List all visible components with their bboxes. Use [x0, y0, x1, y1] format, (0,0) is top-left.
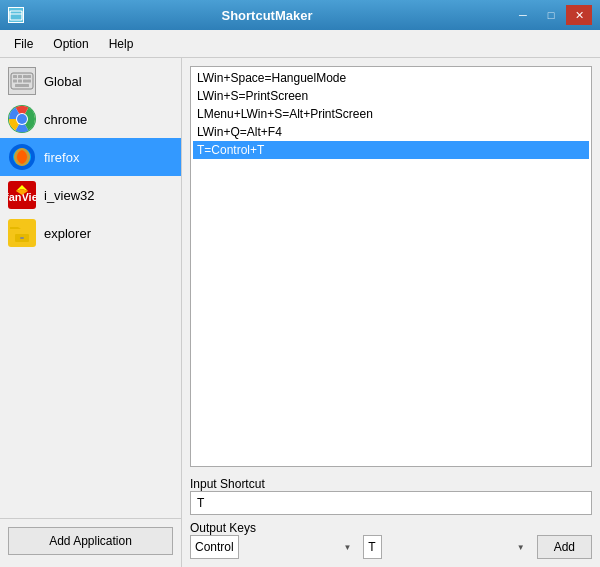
- sidebar-item-iview32[interactable]: IrfanView i_view32: [0, 176, 181, 214]
- svg-rect-11: [27, 80, 31, 83]
- key-select[interactable]: T A B C: [363, 535, 382, 559]
- input-shortcut-section: Input Shortcut: [190, 473, 592, 515]
- main-content: Global: [0, 58, 600, 567]
- add-application-button[interactable]: Add Application: [8, 527, 173, 555]
- iview-icon: IrfanView: [8, 181, 36, 209]
- modifier-select[interactable]: Control Alt Shift Win: [190, 535, 239, 559]
- output-keys-label: Output Keys: [190, 521, 592, 535]
- svg-rect-4: [18, 75, 22, 78]
- sidebar-bottom: Add Application: [0, 518, 181, 563]
- input-shortcut-field[interactable]: [190, 491, 592, 515]
- app-icon: [8, 7, 24, 23]
- menu-bar: File Option Help: [0, 30, 600, 58]
- svg-rect-24: [20, 237, 24, 239]
- menu-help[interactable]: Help: [99, 34, 144, 54]
- sidebar-item-global[interactable]: Global: [0, 62, 181, 100]
- shortcut-item-1[interactable]: LWin+Space=HanguelMode: [193, 69, 589, 87]
- firefox-icon: [8, 143, 36, 171]
- sidebar: Global: [0, 58, 182, 567]
- shortcut-item-3[interactable]: LMenu+LWin+S=Alt+PrintScreen: [193, 105, 589, 123]
- minimize-button[interactable]: ─: [510, 5, 536, 25]
- right-panel: LWin+Space=HanguelMode LWin+S=PrintScree…: [182, 58, 600, 567]
- keyboard-icon: [8, 67, 36, 95]
- svg-rect-9: [15, 84, 29, 87]
- output-keys-row: Control Alt Shift Win T A B C Add: [190, 535, 592, 559]
- output-keys-section: Output Keys Control Alt Shift Win T A B: [190, 521, 592, 559]
- shortcut-item-4[interactable]: LWin+Q=Alt+F4: [193, 123, 589, 141]
- sidebar-global-label: Global: [44, 74, 82, 89]
- shortcut-list[interactable]: LWin+Space=HanguelMode LWin+S=PrintScree…: [190, 66, 592, 467]
- window-controls: ─ □ ✕: [510, 5, 592, 25]
- sidebar-firefox-label: firefox: [44, 150, 79, 165]
- chrome-icon: [8, 105, 36, 133]
- svg-rect-0: [10, 11, 22, 20]
- sidebar-explorer-label: explorer: [44, 226, 91, 241]
- svg-rect-7: [18, 80, 22, 83]
- explorer-icon: [8, 219, 36, 247]
- maximize-button[interactable]: □: [538, 5, 564, 25]
- svg-rect-5: [23, 75, 27, 78]
- key-select-wrapper: T A B C: [363, 535, 530, 559]
- sidebar-chrome-label: chrome: [44, 112, 87, 127]
- sidebar-item-chrome[interactable]: chrome: [0, 100, 181, 138]
- sidebar-item-firefox[interactable]: firefox: [0, 138, 181, 176]
- svg-rect-10: [27, 75, 31, 78]
- shortcut-item-5[interactable]: T=Control+T: [193, 141, 589, 159]
- svg-rect-3: [13, 75, 17, 78]
- modifier-select-wrapper: Control Alt Shift Win: [190, 535, 357, 559]
- shortcut-item-2[interactable]: LWin+S=PrintScreen: [193, 87, 589, 105]
- svg-rect-8: [23, 80, 27, 83]
- title-bar: ShortcutMaker ─ □ ✕: [0, 0, 600, 30]
- svg-rect-6: [13, 80, 17, 83]
- close-button[interactable]: ✕: [566, 5, 592, 25]
- menu-option[interactable]: Option: [43, 34, 98, 54]
- svg-point-14: [17, 114, 27, 124]
- window-title: ShortcutMaker: [24, 8, 510, 23]
- menu-file[interactable]: File: [4, 34, 43, 54]
- input-shortcut-label: Input Shortcut: [190, 477, 592, 491]
- add-shortcut-button[interactable]: Add: [537, 535, 592, 559]
- sidebar-item-explorer[interactable]: explorer: [0, 214, 181, 252]
- sidebar-iview-label: i_view32: [44, 188, 95, 203]
